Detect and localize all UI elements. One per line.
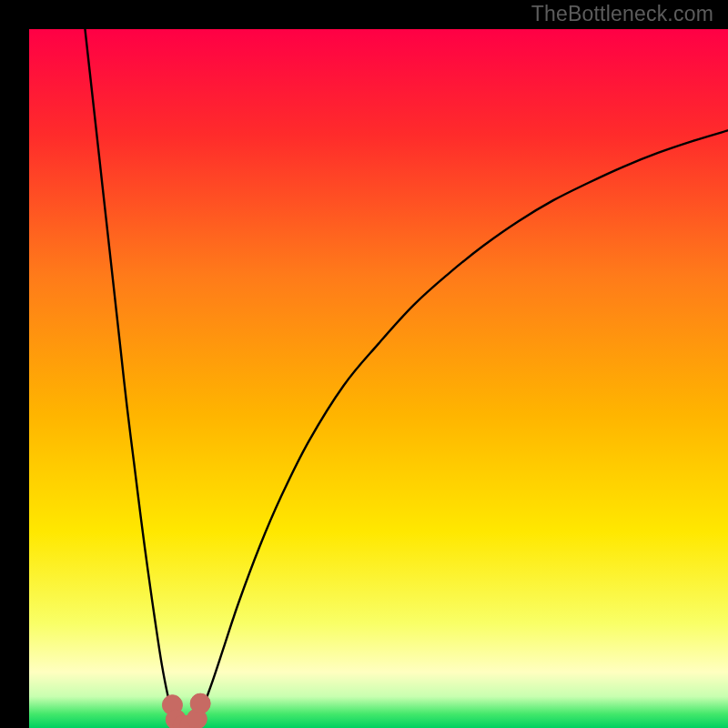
chart-frame: TheBottleneck.com xyxy=(0,0,728,728)
bottleneck-chart xyxy=(0,0,728,728)
watermark-text: TheBottleneck.com xyxy=(531,2,713,26)
plot-background xyxy=(29,29,728,728)
marker-dot xyxy=(190,693,210,713)
